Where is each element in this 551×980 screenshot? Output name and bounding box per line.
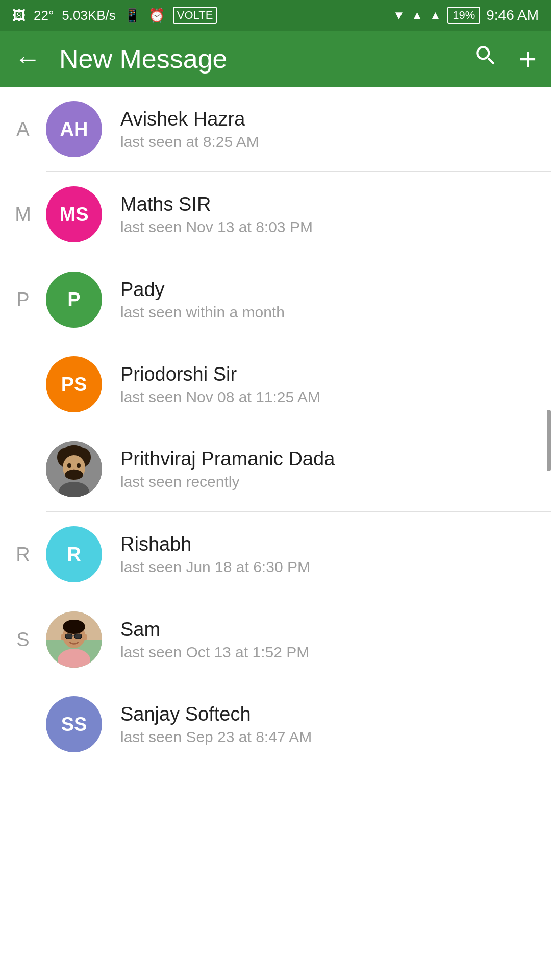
contact-info: Prithviraj Pramanic Dada last seen recen… <box>102 448 551 491</box>
battery-icon: 19% <box>447 7 480 24</box>
list-item[interactable]: PS Priodorshi Sir last seen Nov 08 at 11… <box>0 342 551 427</box>
contact-info: Sam last seen Oct 13 at 1:52 PM <box>102 619 551 661</box>
contact-name: Prithviraj Pramanic Dada <box>120 448 551 470</box>
clock: 9:46 AM <box>486 7 539 23</box>
contact-info: Pady last seen within a month <box>102 279 551 321</box>
svg-rect-16 <box>74 634 82 639</box>
contact-name: Sam <box>120 619 551 641</box>
contact-info: Rishabh last seen Jun 18 at 6:30 PM <box>102 533 551 576</box>
section-letter: S <box>0 629 46 651</box>
contact-status: last seen at 8:25 AM <box>120 133 551 151</box>
list-item[interactable]: A AH Avishek Hazra last seen at 8:25 AM <box>0 87 551 172</box>
section-letter: P <box>0 289 46 311</box>
avatar: SS <box>46 696 102 752</box>
contact-status: last seen Oct 13 at 1:52 PM <box>120 644 551 661</box>
svg-point-14 <box>63 620 85 634</box>
contact-status: last seen Jun 18 at 6:30 PM <box>120 558 551 576</box>
list-item[interactable]: M MS Maths SIR last seen Nov 13 at 8:03 … <box>0 172 551 257</box>
signal-icon: ▲ <box>411 8 423 22</box>
contact-info: Sanjay Softech last seen Sep 23 at 8:47 … <box>102 703 551 746</box>
contact-status: last seen recently <box>120 473 551 491</box>
list-item[interactable]: S <box>0 597 551 682</box>
list-item[interactable]: SS Sanjay Softech last seen Sep 23 at 8:… <box>0 682 551 767</box>
section-letter: R <box>0 544 46 566</box>
status-left: 🖼 22° 5.03KB/s 📱 ⏰ VOLTE <box>12 7 217 24</box>
contact-info: Priodorshi Sir last seen Nov 08 at 11:25… <box>102 363 551 406</box>
search-button[interactable] <box>473 43 498 75</box>
contact-status: last seen within a month <box>120 304 551 321</box>
svg-point-18 <box>61 634 65 640</box>
section-letter: M <box>0 204 46 226</box>
svg-rect-15 <box>65 634 72 639</box>
contact-status: last seen Nov 13 at 8:03 PM <box>120 218 551 236</box>
alarm-icon: ⏰ <box>148 8 165 23</box>
volte-badge: VOLTE <box>173 7 217 24</box>
contact-name: Rishabh <box>120 533 551 555</box>
list-item[interactable]: Prithviraj Pramanic Dada last seen recen… <box>0 427 551 511</box>
svg-point-8 <box>65 470 83 480</box>
add-button[interactable]: + <box>519 41 537 77</box>
status-bar: 🖼 22° 5.03KB/s 📱 ⏰ VOLTE ▼ ▲ ▲ 19% 9:46 … <box>0 0 551 31</box>
contact-status: last seen Nov 08 at 11:25 AM <box>120 388 551 406</box>
phone-icon: 📱 <box>124 8 140 23</box>
avatar: R <box>46 526 102 582</box>
signal2-icon: ▲ <box>429 8 441 22</box>
contact-info: Maths SIR last seen Nov 13 at 8:03 PM <box>102 193 551 236</box>
list-item[interactable]: P P Pady last seen within a month <box>0 257 551 342</box>
contact-status: last seen Sep 23 at 8:47 AM <box>120 728 551 746</box>
avatar: MS <box>46 186 102 242</box>
back-button[interactable]: ← <box>14 45 41 72</box>
app-bar: ← New Message + <box>0 31 551 87</box>
svg-point-7 <box>77 463 81 468</box>
avatar: AH <box>46 101 102 157</box>
contact-name: Avishek Hazra <box>120 108 551 130</box>
page-title: New Message <box>59 43 455 74</box>
section-letter: A <box>0 118 46 140</box>
contact-info: Avishek Hazra last seen at 8:25 AM <box>102 108 551 151</box>
contact-name: Maths SIR <box>120 193 551 215</box>
svg-point-6 <box>67 463 71 468</box>
network-speed: 5.03KB/s <box>62 8 116 23</box>
list-item[interactable]: R R Rishabh last seen Jun 18 at 6:30 PM <box>0 512 551 597</box>
wifi-icon: ▼ <box>393 8 405 22</box>
svg-point-19 <box>83 634 87 640</box>
avatar: P <box>46 272 102 328</box>
avatar <box>46 611 102 668</box>
contact-list: A AH Avishek Hazra last seen at 8:25 AM … <box>0 87 551 767</box>
contact-name: Pady <box>120 279 551 301</box>
app-bar-actions: + <box>473 41 537 77</box>
status-right: ▼ ▲ ▲ 19% 9:46 AM <box>393 7 539 24</box>
photo-icon: 🖼 <box>12 8 26 23</box>
temperature: 22° <box>34 8 54 23</box>
avatar: PS <box>46 356 102 412</box>
avatar <box>46 441 102 497</box>
contact-name: Priodorshi Sir <box>120 363 551 385</box>
contact-name: Sanjay Softech <box>120 703 551 725</box>
